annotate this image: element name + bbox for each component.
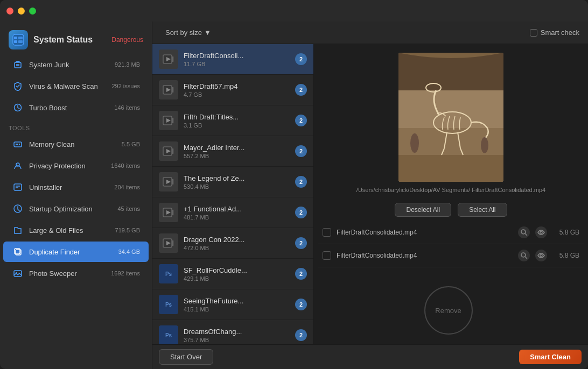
select-all-button[interactable]: Select All <box>458 203 507 217</box>
svg-point-54 <box>410 133 419 153</box>
sidebar-item-turbo-boost[interactable]: Turbo Boost 146 items <box>3 97 149 118</box>
svg-rect-1 <box>14 37 17 39</box>
file-list-item[interactable]: Ps DreamsOfChang... 375.7 MB 2 <box>152 320 313 344</box>
duplicate-badge: 2 <box>295 268 307 280</box>
file-info: Dragon Con 2022... 472.0 MB <box>184 236 290 251</box>
dup-eye-icon[interactable] <box>535 226 547 238</box>
file-list-item[interactable]: Mayor_Adler Inter... 557.2 MB 2 <box>152 136 313 167</box>
file-info: Mayor_Adler Inter... 557.2 MB <box>184 144 290 159</box>
file-list-item[interactable]: Dragon Con 2022... 472.0 MB 2 <box>152 228 313 259</box>
sidebar-item-virus-scan[interactable]: Virus & Malware Scan 292 issues <box>3 76 149 96</box>
app-logo <box>9 30 28 49</box>
large-old-files-label: Large & Old Files <box>29 226 110 235</box>
file-size: 11.7 GB <box>184 61 290 67</box>
minimize-button[interactable] <box>18 8 25 15</box>
file-list-item[interactable]: FilterDraft57.mp4 4.7 GB 2 <box>152 75 313 105</box>
photo-sweeper-value: 1692 items <box>111 270 140 276</box>
sidebar-item-memory-clean[interactable]: Memory Clean 5.5 GB <box>3 134 149 154</box>
app-title: System Status <box>33 35 93 45</box>
file-name: FilterDraftConsoli... <box>184 52 290 60</box>
turbo-boost-label: Turbo Boost <box>29 104 109 112</box>
file-thumb <box>159 80 178 100</box>
dup-eye-icon[interactable] <box>535 250 547 261</box>
remove-button[interactable]: Remove <box>424 286 473 335</box>
memory-clean-icon <box>12 138 24 150</box>
file-thumb: Ps <box>159 325 178 344</box>
file-info: FilterDraft57.mp4 4.7 GB <box>184 82 290 98</box>
file-name: Mayor_Adler Inter... <box>184 144 290 152</box>
duplicate-item: FilterDraftConsolidated.mp4 5.8 GB <box>318 244 584 267</box>
maximize-button[interactable] <box>29 8 36 15</box>
dup-checkbox-0[interactable] <box>323 228 331 237</box>
svg-line-60 <box>526 257 527 259</box>
main-toolbar: Sort by size ▼ Smart check <box>152 22 588 44</box>
duplicate-finder-label: Duplicate Finder <box>29 248 113 256</box>
sidebar-item-large-old-files[interactable]: Large & Old Files 719.5 GB <box>3 220 149 240</box>
file-name: SF_RollForCuddle... <box>184 266 290 274</box>
file-name: Fifth Draft:Titles... <box>184 113 290 121</box>
bottom-bar: Start Over Smart Clean <box>152 344 588 369</box>
file-size: 375.7 MB <box>184 337 290 343</box>
file-list: FilterDraftConsoli... 11.7 GB 2 FilterDr… <box>152 44 314 344</box>
svg-rect-4 <box>18 40 23 43</box>
svg-rect-21 <box>14 271 22 276</box>
duplicates-list: FilterDraftConsolidated.mp4 5.8 GB Filte… <box>314 221 588 282</box>
file-name: +1 Functional Ad... <box>184 205 290 213</box>
smart-clean-button[interactable]: Smart Clean <box>519 350 582 364</box>
smart-check-checkbox[interactable] <box>530 29 537 37</box>
large-old-files-value: 719.5 GB <box>115 227 140 233</box>
file-list-item[interactable]: Fifth Draft:Titles... 3.1 GB 2 <box>152 105 313 136</box>
startup-optimization-label: Startup Optimization <box>29 205 112 213</box>
file-thumb: Ps <box>159 264 178 283</box>
privacy-protection-value: 1640 items <box>111 162 140 169</box>
titlebar <box>0 0 588 22</box>
svg-point-58 <box>540 231 542 233</box>
dup-search-icon[interactable] <box>518 226 530 238</box>
deselect-all-button[interactable]: Deselect All <box>395 203 451 217</box>
dup-checkbox-1[interactable] <box>323 251 331 260</box>
duplicate-badge: 2 <box>295 53 307 65</box>
svg-rect-15 <box>14 184 22 190</box>
file-name: DreamsOfChang... <box>184 328 290 336</box>
sidebar-item-system-junk[interactable]: System Junk 921.3 MB <box>3 54 149 75</box>
sidebar-item-duplicate-finder[interactable]: Duplicate Finder 34.4 GB <box>3 242 149 262</box>
file-list-item[interactable]: FilterDraftConsoli... 11.7 GB 2 <box>152 44 313 75</box>
preview-path: /Users/chrisbarylick/Desktop/AV Segments… <box>314 182 588 198</box>
sidebar-item-privacy-protection[interactable]: Privacy Protection 1640 items <box>3 155 149 176</box>
file-thumb <box>159 111 178 130</box>
file-list-item[interactable]: The Legend of Ze... 530.4 MB 2 <box>152 167 313 197</box>
start-over-button[interactable]: Start Over <box>159 349 213 365</box>
file-size: 530.4 MB <box>184 183 290 190</box>
file-thumb <box>159 172 178 191</box>
file-list-item[interactable]: Ps SF_RollForCuddle... 429.1 MB 2 <box>152 259 313 289</box>
file-info: SF_RollForCuddle... 429.1 MB <box>184 266 290 282</box>
dup-search-icon[interactable] <box>518 250 530 261</box>
file-thumb <box>159 141 178 161</box>
smart-check-label[interactable]: Smart check <box>530 29 579 37</box>
svg-rect-12 <box>17 144 18 145</box>
sort-button[interactable]: Sort by size ▼ <box>161 27 215 38</box>
virus-scan-value: 292 issues <box>111 83 140 89</box>
memory-clean-label: Memory Clean <box>29 140 116 148</box>
sidebar-header: System Status Dangerous <box>0 22 152 54</box>
privacy-protection-label: Privacy Protection <box>29 162 106 170</box>
duplicate-badge: 2 <box>295 84 307 96</box>
duplicate-finder-icon <box>12 246 24 258</box>
system-junk-value: 921.3 MB <box>115 61 140 68</box>
file-size: 4.7 GB <box>184 91 290 98</box>
status-badge: Dangerous <box>111 36 143 44</box>
sidebar-item-uninstaller[interactable]: Uninstaller 204 items <box>3 177 149 197</box>
file-list-item[interactable]: +1 Functional Ad... 481.7 MB 2 <box>152 197 313 228</box>
file-name: SeeingTheFuture... <box>184 297 290 305</box>
svg-rect-2 <box>14 40 17 43</box>
dup-filename: FilterDraftConsolidated.mp4 <box>337 252 513 259</box>
file-list-item[interactable]: Ps SeeingTheFuture... 415.1 MB 2 <box>152 289 313 320</box>
sidebar-item-photo-sweeper[interactable]: Photo Sweeper 1692 items <box>3 263 149 283</box>
preview-thumbnail <box>398 53 503 182</box>
file-info: Fifth Draft:Titles... 3.1 GB <box>184 113 290 129</box>
close-button[interactable] <box>6 8 13 15</box>
sidebar-item-startup-optimization[interactable]: Startup Optimization 45 items <box>3 198 149 219</box>
preview-panel: /Users/chrisbarylick/Desktop/AV Segments… <box>314 44 588 344</box>
dup-filename: FilterDraftConsolidated.mp4 <box>337 229 513 236</box>
duplicate-badge: 2 <box>295 329 307 341</box>
